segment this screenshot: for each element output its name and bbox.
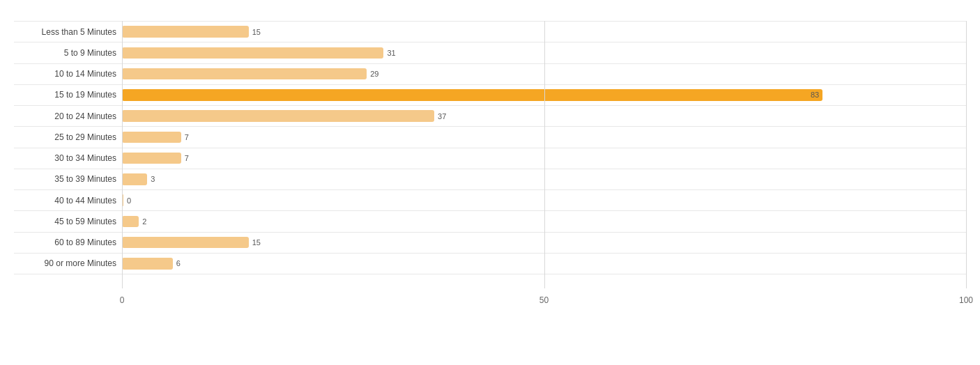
bar-wrapper: 37 — [122, 107, 966, 125]
bar-fill — [122, 110, 434, 121]
bar-value: 2 — [142, 217, 146, 226]
bar-row: 10 to 14 Minutes29 — [14, 64, 966, 85]
x-tick: 100 — [959, 295, 973, 305]
bar-fill: 83 — [122, 89, 822, 100]
bar-label: 10 to 14 Minutes — [14, 69, 122, 79]
bar-value: 3 — [151, 175, 155, 183]
bar-value: 7 — [185, 154, 189, 162]
bar-wrapper: 0 — [122, 192, 966, 209]
bar-fill — [122, 194, 123, 205]
bar-wrapper: 83 — [122, 86, 966, 104]
bar-value: 29 — [370, 70, 378, 78]
bar-fill — [122, 237, 249, 248]
bar-value: 0 — [127, 196, 131, 205]
bar-value: 15 — [252, 28, 261, 36]
bar-wrapper: 29 — [122, 65, 966, 83]
bar-row: 60 to 89 Minutes15 — [14, 233, 966, 254]
bar-value: 37 — [438, 112, 446, 121]
bar-label: 40 to 44 Minutes — [14, 196, 122, 205]
bar-label: 20 to 24 Minutes — [14, 111, 122, 121]
bars-section: Less than 5 Minutes155 to 9 Minutes3110 … — [14, 21, 966, 309]
x-axis: 050100 — [122, 295, 966, 309]
bar-row: 20 to 24 Minutes37 — [14, 106, 966, 127]
bar-value: 7 — [185, 133, 189, 141]
bar-row: 30 to 34 Minutes7 — [14, 148, 966, 169]
bar-value: 6 — [176, 259, 181, 267]
bar-label: 90 or more Minutes — [14, 258, 122, 268]
bar-label: 15 to 19 Minutes — [14, 90, 122, 100]
bar-wrapper: 7 — [122, 128, 966, 146]
chart-container: Less than 5 Minutes155 to 9 Minutes3110 … — [0, 0, 980, 365]
bar-row: 45 to 59 Minutes2 — [14, 211, 966, 232]
x-tick: 50 — [539, 295, 549, 305]
bar-wrapper: 31 — [122, 44, 966, 61]
bar-row: 35 to 39 Minutes3 — [14, 169, 966, 190]
bar-label: 45 to 59 Minutes — [14, 217, 122, 226]
bar-fill — [122, 132, 181, 143]
bar-fill — [122, 68, 367, 79]
bar-fill — [122, 26, 249, 37]
bar-row: 90 or more Minutes6 — [14, 254, 966, 274]
bar-wrapper: 6 — [122, 255, 966, 272]
bar-row: 40 to 44 Minutes0 — [14, 190, 966, 211]
bar-row: 25 to 29 Minutes7 — [14, 127, 966, 148]
bar-wrapper: 15 — [122, 234, 966, 251]
bar-fill — [122, 216, 139, 227]
bar-value: 83 — [811, 91, 819, 99]
x-tick: 0 — [120, 295, 125, 305]
bar-label: 30 to 34 Minutes — [14, 153, 122, 163]
bar-label: 25 to 29 Minutes — [14, 132, 122, 142]
bar-rows: Less than 5 Minutes155 to 9 Minutes3110 … — [14, 21, 966, 274]
bar-fill — [122, 173, 147, 185]
bar-wrapper: 3 — [122, 171, 966, 188]
bar-value: 15 — [252, 238, 261, 247]
bar-wrapper: 15 — [122, 23, 966, 40]
bar-fill — [122, 258, 173, 269]
bar-value: 31 — [387, 49, 395, 57]
bar-label: 5 to 9 Minutes — [14, 48, 122, 58]
bar-label: Less than 5 Minutes — [14, 27, 122, 37]
bar-row: Less than 5 Minutes15 — [14, 21, 966, 42]
bar-fill — [122, 47, 383, 59]
bar-wrapper: 7 — [122, 150, 966, 167]
chart-area: Less than 5 Minutes155 to 9 Minutes3110 … — [14, 21, 966, 309]
bar-row: 5 to 9 Minutes31 — [14, 42, 966, 63]
bar-fill — [122, 153, 181, 164]
bar-label: 60 to 89 Minutes — [14, 238, 122, 247]
grid-line — [966, 21, 967, 288]
bar-label: 35 to 39 Minutes — [14, 174, 122, 184]
bar-wrapper: 2 — [122, 212, 966, 230]
bar-row: 15 to 19 Minutes83 — [14, 85, 966, 106]
